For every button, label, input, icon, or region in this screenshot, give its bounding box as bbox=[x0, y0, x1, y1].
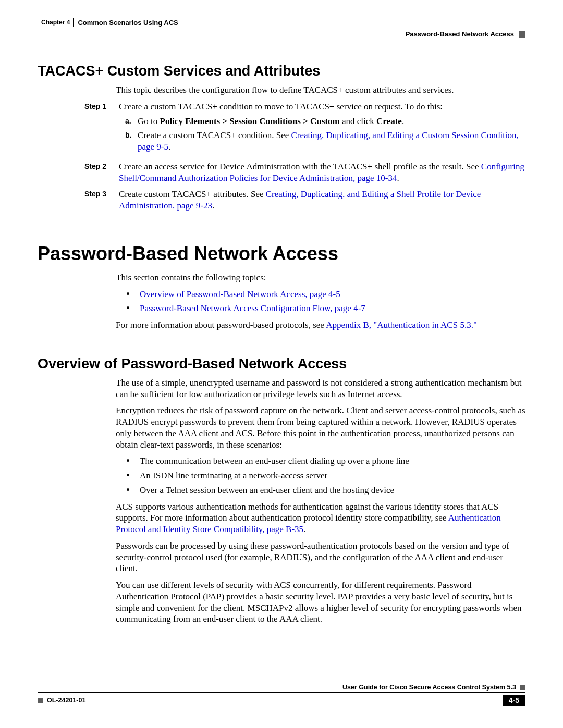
chapter-word: Chapter bbox=[41, 19, 65, 26]
step-2-body: Create an access service for Device Admi… bbox=[119, 161, 525, 184]
page-number-badge: 4-5 bbox=[503, 695, 525, 706]
sec3-bullet-1: The communication between an end-user cl… bbox=[126, 455, 525, 467]
heading-pbna: Password-Based Network Access bbox=[38, 243, 525, 265]
sec3-p3-pre: ACS supports various authentication meth… bbox=[116, 502, 498, 523]
footer-left: OL-24201-01 bbox=[38, 697, 85, 704]
footer-doc-id: OL-24201-01 bbox=[47, 697, 85, 704]
step-2-pre: Create an access service for Device Admi… bbox=[119, 162, 481, 171]
sec3-p3-post: . bbox=[303, 524, 305, 534]
sec1-intro: This topic describes the configuration f… bbox=[116, 84, 525, 96]
heading-tacacs: TACACS+ Custom Services and Attributes bbox=[38, 63, 525, 79]
step-1b: b. Create a custom TACACS+ condition. Se… bbox=[125, 130, 525, 153]
sec3-p5: You can use different levels of security… bbox=[116, 579, 525, 625]
square-marker-icon bbox=[519, 31, 525, 38]
sec2-bullet-2-link[interactable]: Password-Based Network Access Configurat… bbox=[140, 303, 365, 313]
step-2: Step 2 Create an access service for Devi… bbox=[38, 161, 525, 184]
sec2-more: For more information about password-base… bbox=[116, 319, 525, 331]
step-1a-post: . bbox=[402, 116, 404, 126]
footer-top-row: User Guide for Cisco Secure Access Contr… bbox=[38, 684, 525, 693]
sec2-bullet-1-link[interactable]: Overview of Password-Based Network Acces… bbox=[140, 289, 340, 299]
step-1a-pre: Go to bbox=[138, 116, 160, 126]
square-marker-icon bbox=[520, 685, 525, 690]
step-1-label: Step 1 bbox=[84, 101, 119, 156]
chapter-title: Common Scenarios Using ACS bbox=[78, 19, 178, 27]
sec2-bullet-2[interactable]: Password-Based Network Access Configurat… bbox=[126, 303, 525, 314]
sec2-bullet-1[interactable]: Overview of Password-Based Network Acces… bbox=[126, 289, 525, 300]
step-1-body: Create a custom TACACS+ condition to mov… bbox=[119, 101, 525, 156]
sec3-p3: ACS supports various authentication meth… bbox=[116, 501, 525, 535]
step-1b-pre: Create a custom TACACS+ condition. See bbox=[138, 130, 291, 140]
page-footer: User Guide for Cisco Secure Access Contr… bbox=[38, 684, 525, 706]
heading-overview: Overview of Password-Based Network Acces… bbox=[38, 356, 525, 372]
step-1a-body: Go to Policy Elements > Session Conditio… bbox=[138, 116, 404, 127]
step-3-label: Step 3 bbox=[84, 189, 119, 212]
step-1b-label: b. bbox=[125, 130, 138, 153]
step-1a-label: a. bbox=[125, 116, 138, 127]
step-3-pre: Create custom TACACS+ attributes. See bbox=[119, 189, 266, 199]
sec2-intro: This section contains the following topi… bbox=[116, 272, 525, 283]
header-section-text: Password-Based Network Access bbox=[406, 30, 514, 38]
step-1b-body: Create a custom TACACS+ condition. See C… bbox=[138, 130, 525, 153]
sec3-p4: Passwords can be processed by using thes… bbox=[116, 540, 525, 574]
step-3-post: . bbox=[212, 201, 214, 211]
page-header: Chapter 4 Common Scenarios Using ACS Pas… bbox=[38, 16, 525, 38]
sec3-bullet-3: Over a Telnet session between an end-use… bbox=[126, 485, 525, 496]
step-2-label: Step 2 bbox=[84, 161, 119, 184]
sec3-bullets: The communication between an end-user cl… bbox=[126, 455, 525, 496]
sec2-bullets: Overview of Password-Based Network Acces… bbox=[126, 289, 525, 315]
header-chapter-row: Chapter 4 Common Scenarios Using ACS bbox=[38, 18, 525, 27]
sec2-more-pre: For more information about password-base… bbox=[116, 320, 326, 330]
footer-guide-title: User Guide for Cisco Secure Access Contr… bbox=[342, 684, 516, 691]
step-3: Step 3 Create custom TACACS+ attributes.… bbox=[38, 189, 525, 212]
sec3-p2: Encryption reduces the risk of password … bbox=[116, 405, 525, 450]
step-3-body: Create custom TACACS+ attributes. See Cr… bbox=[119, 189, 525, 212]
chapter-box: Chapter 4 bbox=[38, 18, 74, 27]
square-marker-icon bbox=[38, 698, 43, 703]
step-1-sublist: a. Go to Policy Elements > Session Condi… bbox=[119, 116, 525, 153]
footer-bottom-row: OL-24201-01 4-5 bbox=[38, 695, 525, 706]
step-2-post: . bbox=[397, 173, 399, 183]
step-1b-post: . bbox=[168, 142, 170, 152]
step-1a-mid: and click bbox=[340, 116, 376, 126]
sec3-bullet-2: An ISDN line terminating at a network-ac… bbox=[126, 470, 525, 482]
sec3-p1: The use of a simple, unencrypted usernam… bbox=[116, 377, 525, 400]
step-1: Step 1 Create a custom TACACS+ condition… bbox=[38, 101, 525, 156]
step-1a-bold: Policy Elements > Session Conditions > C… bbox=[160, 116, 340, 126]
chapter-num: 4 bbox=[67, 19, 70, 26]
step-1a: a. Go to Policy Elements > Session Condi… bbox=[125, 116, 525, 127]
step-1a-bold2: Create bbox=[376, 116, 402, 126]
sec2-more-link[interactable]: Appendix B, "Authentication in ACS 5.3." bbox=[326, 320, 477, 330]
header-section-row: Password-Based Network Access bbox=[38, 30, 525, 38]
step-1-text: Create a custom TACACS+ condition to mov… bbox=[119, 102, 443, 112]
